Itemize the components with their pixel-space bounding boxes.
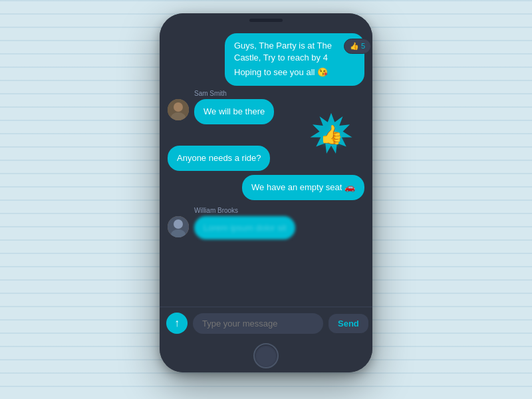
avatar-william [168, 216, 189, 237]
message-bubble-ride: Anyone needs a ride? [168, 146, 270, 171]
message-row-seat: We have an empty seat 🚗 [168, 175, 364, 200]
svg-point-5 [174, 219, 183, 229]
message-bubble-1: Guys, The Party is at The Castle, Try to… [225, 33, 364, 86]
thumbs-up-icon: 👍 [350, 41, 359, 51]
message-bubble-sam: We will be there [194, 99, 274, 124]
message-input[interactable] [193, 313, 323, 334]
like-count: 5 [361, 41, 365, 51]
home-button[interactable] [253, 343, 279, 368]
svg-point-1 [174, 102, 183, 112]
message-bubble-william: Lorem ipsum dolor sit [194, 216, 295, 239]
sender-name-william: William Brooks [194, 207, 364, 214]
message-bubble-seat: We have an empty seat 🚗 [242, 175, 364, 200]
sender-name-sam: Sam Smith [194, 90, 364, 97]
avatar-sam [168, 99, 189, 120]
message-text-1b: Hoping to see you all 😘 [234, 66, 355, 78]
like-burst-animation: 👍 [305, 108, 358, 162]
send-button[interactable]: Send [329, 314, 368, 333]
avatar-img-william [168, 216, 189, 237]
phone-top [160, 13, 372, 27]
message-row-william: Lorem ipsum dolor sit [168, 216, 364, 239]
chat-screen: Guys, The Party is at The Castle, Try to… [160, 27, 372, 339]
message-row: Guys, The Party is at The Castle, Try to… [168, 33, 364, 86]
message-text-1a: Guys, The Party is at The Castle, Try to… [234, 40, 355, 64]
burst-thumbs-icon: 👍 [320, 124, 343, 146]
avatar-img-sam [168, 99, 189, 120]
phone-speaker [249, 19, 283, 22]
input-area: Send [160, 307, 372, 339]
upload-button[interactable] [166, 313, 188, 334]
message-with-sender-william: William Brooks Lorem ipsum dol [168, 207, 364, 239]
phone-home-area [160, 339, 372, 372]
phone-body: Guys, The Party is at The Castle, Try to… [160, 13, 372, 372]
phone-container: Guys, The Party is at The Castle, Try to… [160, 13, 372, 386]
messages-area: Guys, The Party is at The Castle, Try to… [160, 27, 372, 307]
like-badge: 👍 5 [344, 39, 371, 54]
